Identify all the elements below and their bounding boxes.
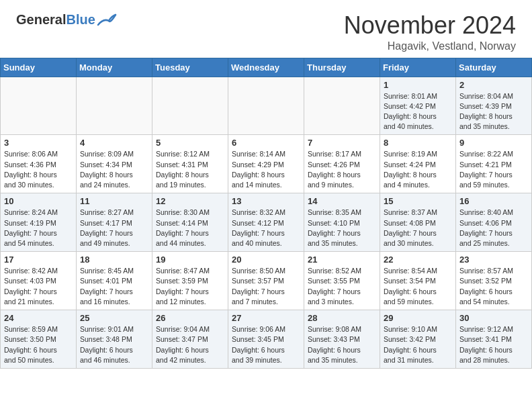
calendar-day-cell: 26Sunrise: 9:04 AM Sunset: 3:47 PM Dayli… xyxy=(152,310,228,369)
day-number: 5 xyxy=(156,138,224,148)
calendar-day-cell: 30Sunrise: 9:12 AM Sunset: 3:41 PM Dayli… xyxy=(456,310,532,369)
day-number: 18 xyxy=(80,255,148,265)
day-number: 15 xyxy=(384,196,452,206)
calendar-day-cell: 14Sunrise: 8:35 AM Sunset: 4:10 PM Dayli… xyxy=(304,193,380,252)
day-info: Sunrise: 8:47 AM Sunset: 3:59 PM Dayligh… xyxy=(156,266,224,307)
calendar-day-cell: 21Sunrise: 8:52 AM Sunset: 3:55 PM Dayli… xyxy=(304,252,380,310)
calendar-day-cell: 19Sunrise: 8:47 AM Sunset: 3:59 PM Dayli… xyxy=(152,252,228,310)
day-number: 20 xyxy=(232,255,300,265)
calendar-header-cell: Friday xyxy=(380,58,456,77)
calendar-table: SundayMondayTuesdayWednesdayThursdayFrid… xyxy=(0,58,532,369)
day-number: 7 xyxy=(308,138,376,148)
day-info: Sunrise: 8:37 AM Sunset: 4:08 PM Dayligh… xyxy=(384,208,452,248)
calendar-day-cell: 5Sunrise: 8:12 AM Sunset: 4:31 PM Daylig… xyxy=(152,135,228,193)
day-info: Sunrise: 8:17 AM Sunset: 4:26 PM Dayligh… xyxy=(308,149,376,190)
logo: GeneralBlue xyxy=(16,12,117,28)
logo-icon xyxy=(97,13,117,28)
day-info: Sunrise: 8:42 AM Sunset: 4:03 PM Dayligh… xyxy=(4,266,73,307)
calendar-header-cell: Sunday xyxy=(1,58,77,77)
calendar-body: 1Sunrise: 8:01 AM Sunset: 4:42 PM Daylig… xyxy=(1,77,532,368)
day-info: Sunrise: 8:59 AM Sunset: 3:50 PM Dayligh… xyxy=(4,324,73,365)
day-info: Sunrise: 8:04 AM Sunset: 4:39 PM Dayligh… xyxy=(459,91,528,132)
day-info: Sunrise: 8:32 AM Sunset: 4:12 PM Dayligh… xyxy=(232,208,300,248)
calendar-week-row: 24Sunrise: 8:59 AM Sunset: 3:50 PM Dayli… xyxy=(1,310,532,369)
day-number: 2 xyxy=(459,80,528,90)
calendar-day-cell: 2Sunrise: 8:04 AM Sunset: 4:39 PM Daylig… xyxy=(456,77,532,135)
day-info: Sunrise: 8:27 AM Sunset: 4:17 PM Dayligh… xyxy=(80,208,148,248)
calendar-day-cell: 17Sunrise: 8:42 AM Sunset: 4:03 PM Dayli… xyxy=(1,252,77,310)
day-number: 13 xyxy=(232,196,300,206)
day-number: 23 xyxy=(459,255,528,265)
calendar-day-cell: 7Sunrise: 8:17 AM Sunset: 4:26 PM Daylig… xyxy=(304,135,380,193)
calendar-header-cell: Tuesday xyxy=(152,58,228,77)
calendar-header-row: SundayMondayTuesdayWednesdayThursdayFrid… xyxy=(1,58,532,77)
day-info: Sunrise: 8:52 AM Sunset: 3:55 PM Dayligh… xyxy=(308,266,376,307)
day-info: Sunrise: 8:45 AM Sunset: 4:01 PM Dayligh… xyxy=(80,266,148,307)
calendar-week-row: 1Sunrise: 8:01 AM Sunset: 4:42 PM Daylig… xyxy=(1,77,532,135)
day-info: Sunrise: 8:54 AM Sunset: 3:54 PM Dayligh… xyxy=(384,266,452,307)
day-info: Sunrise: 9:04 AM Sunset: 3:47 PM Dayligh… xyxy=(156,324,224,365)
calendar-day-cell: 24Sunrise: 8:59 AM Sunset: 3:50 PM Dayli… xyxy=(1,310,77,369)
day-number: 6 xyxy=(232,138,300,148)
calendar-day-cell: 25Sunrise: 9:01 AM Sunset: 3:48 PM Dayli… xyxy=(77,310,152,369)
calendar-day-cell: 1Sunrise: 8:01 AM Sunset: 4:42 PM Daylig… xyxy=(380,77,456,135)
calendar-day-cell: 8Sunrise: 8:19 AM Sunset: 4:24 PM Daylig… xyxy=(380,135,456,193)
calendar-header-cell: Wednesday xyxy=(228,58,304,77)
day-info: Sunrise: 8:19 AM Sunset: 4:24 PM Dayligh… xyxy=(384,149,452,190)
day-number: 19 xyxy=(156,255,224,265)
day-info: Sunrise: 8:22 AM Sunset: 4:21 PM Dayligh… xyxy=(459,149,528,190)
day-info: Sunrise: 8:01 AM Sunset: 4:42 PM Dayligh… xyxy=(384,91,452,132)
calendar-header-cell: Monday xyxy=(77,58,152,77)
calendar-day-cell: 22Sunrise: 8:54 AM Sunset: 3:54 PM Dayli… xyxy=(380,252,456,310)
day-info: Sunrise: 8:30 AM Sunset: 4:14 PM Dayligh… xyxy=(156,208,224,248)
calendar-week-row: 3Sunrise: 8:06 AM Sunset: 4:36 PM Daylig… xyxy=(1,135,532,193)
day-info: Sunrise: 9:12 AM Sunset: 3:41 PM Dayligh… xyxy=(459,324,528,365)
month-title: November 2024 xyxy=(344,12,516,39)
day-number: 29 xyxy=(384,313,452,323)
calendar-day-cell: 16Sunrise: 8:40 AM Sunset: 4:06 PM Dayli… xyxy=(456,193,532,252)
day-number: 1 xyxy=(384,80,452,90)
calendar-day-cell: 4Sunrise: 8:09 AM Sunset: 4:34 PM Daylig… xyxy=(77,135,152,193)
day-info: Sunrise: 8:09 AM Sunset: 4:34 PM Dayligh… xyxy=(80,149,148,190)
calendar-day-cell: 28Sunrise: 9:08 AM Sunset: 3:43 PM Dayli… xyxy=(304,310,380,369)
day-number: 16 xyxy=(459,196,528,206)
calendar-day-cell: 12Sunrise: 8:30 AM Sunset: 4:14 PM Dayli… xyxy=(152,193,228,252)
day-info: Sunrise: 8:40 AM Sunset: 4:06 PM Dayligh… xyxy=(459,208,528,248)
calendar-day-cell: 18Sunrise: 8:45 AM Sunset: 4:01 PM Dayli… xyxy=(77,252,152,310)
calendar-header-cell: Saturday xyxy=(456,58,532,77)
location-title: Hagavik, Vestland, Norway xyxy=(344,40,516,52)
day-number: 30 xyxy=(459,313,528,323)
page-header: GeneralBlue November 2024 Hagavik, Vestl… xyxy=(0,0,532,58)
day-number: 26 xyxy=(156,313,224,323)
day-number: 10 xyxy=(4,196,73,206)
day-number: 8 xyxy=(384,138,452,148)
calendar-day-cell: 23Sunrise: 8:57 AM Sunset: 3:52 PM Dayli… xyxy=(456,252,532,310)
calendar-day-cell: 20Sunrise: 8:50 AM Sunset: 3:57 PM Dayli… xyxy=(228,252,304,310)
calendar-day-cell: 3Sunrise: 8:06 AM Sunset: 4:36 PM Daylig… xyxy=(1,135,77,193)
day-info: Sunrise: 9:01 AM Sunset: 3:48 PM Dayligh… xyxy=(80,324,148,365)
calendar-day-cell xyxy=(77,77,152,135)
calendar-header-cell: Thursday xyxy=(304,58,380,77)
day-number: 11 xyxy=(80,196,148,206)
day-info: Sunrise: 9:08 AM Sunset: 3:43 PM Dayligh… xyxy=(308,324,376,365)
day-number: 25 xyxy=(80,313,148,323)
day-number: 4 xyxy=(80,138,148,148)
day-info: Sunrise: 8:14 AM Sunset: 4:29 PM Dayligh… xyxy=(232,149,300,190)
day-number: 21 xyxy=(308,255,376,265)
day-info: Sunrise: 8:35 AM Sunset: 4:10 PM Dayligh… xyxy=(308,208,376,248)
calendar-day-cell xyxy=(304,77,380,135)
calendar-day-cell: 27Sunrise: 9:06 AM Sunset: 3:45 PM Dayli… xyxy=(228,310,304,369)
calendar-day-cell: 10Sunrise: 8:24 AM Sunset: 4:19 PM Dayli… xyxy=(1,193,77,252)
calendar-day-cell: 15Sunrise: 8:37 AM Sunset: 4:08 PM Dayli… xyxy=(380,193,456,252)
day-info: Sunrise: 8:06 AM Sunset: 4:36 PM Dayligh… xyxy=(4,149,73,190)
calendar-day-cell: 13Sunrise: 8:32 AM Sunset: 4:12 PM Dayli… xyxy=(228,193,304,252)
calendar-week-row: 10Sunrise: 8:24 AM Sunset: 4:19 PM Dayli… xyxy=(1,193,532,252)
day-number: 12 xyxy=(156,196,224,206)
day-number: 24 xyxy=(4,313,73,323)
day-info: Sunrise: 8:24 AM Sunset: 4:19 PM Dayligh… xyxy=(4,208,73,248)
day-info: Sunrise: 9:06 AM Sunset: 3:45 PM Dayligh… xyxy=(232,324,300,365)
day-info: Sunrise: 8:12 AM Sunset: 4:31 PM Dayligh… xyxy=(156,149,224,190)
calendar-week-row: 17Sunrise: 8:42 AM Sunset: 4:03 PM Dayli… xyxy=(1,252,532,310)
day-info: Sunrise: 8:50 AM Sunset: 3:57 PM Dayligh… xyxy=(232,266,300,307)
day-number: 27 xyxy=(232,313,300,323)
